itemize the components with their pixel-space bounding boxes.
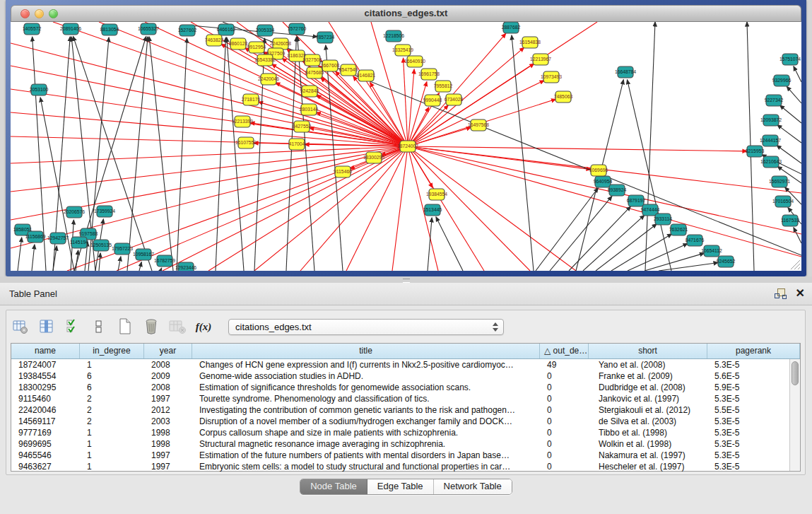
- graph-node-13325419[interactable]: 13325419: [392, 45, 413, 56]
- graph-node-8471676[interactable]: 8471676: [686, 235, 705, 246]
- graph-node-10958167[interactable]: 10958167: [133, 249, 154, 260]
- graph-node-1513445[interactable]: 1513445: [423, 204, 442, 216]
- float-panel-icon[interactable]: [775, 288, 786, 299]
- graph-node-20206576[interactable]: 20206576: [64, 206, 85, 218]
- graph-node-12942757[interactable]: 12942757: [47, 233, 69, 244]
- graph-node-19384554[interactable]: 19384554: [426, 189, 447, 200]
- graph-node-2718176[interactable]: 2718176: [242, 94, 261, 105]
- table-row[interactable]: 946554611997Estimation of the future num…: [11, 450, 800, 461]
- graph-node-12213967[interactable]: 12213967: [530, 54, 551, 65]
- column-header-pagerank[interactable]: pagerank: [707, 344, 800, 358]
- graph-node-12923446[interactable]: 12923446: [175, 262, 196, 271]
- graph-node-16497568[interactable]: 16497568: [468, 119, 489, 131]
- graph-node-18300295[interactable]: 18300295: [363, 152, 384, 163]
- graph-node-1069696[interactable]: 1069696: [589, 165, 608, 176]
- graph-node-8215953[interactable]: 8215953: [746, 146, 765, 157]
- graph-node-9912954[interactable]: 9912954: [247, 42, 266, 53]
- new-document-icon[interactable]: [115, 317, 135, 337]
- graph-node-12444157[interactable]: 12444157: [760, 135, 781, 146]
- graph-node-9242848[interactable]: 9242848: [300, 86, 319, 97]
- graph-node-1145194[interactable]: 1145194: [70, 237, 88, 248]
- table-row[interactable]: 1456911722003Disruption of a novel membe…: [11, 416, 800, 427]
- graph-node-9329966[interactable]: 9329966: [772, 75, 792, 86]
- tab-node-table[interactable]: Node Table: [300, 479, 367, 494]
- graph-node-6466162[interactable]: 6466162: [217, 24, 236, 35]
- row-height-icon[interactable]: [89, 317, 109, 337]
- tab-network-table[interactable]: Network Table: [434, 479, 512, 494]
- function-builder-icon[interactable]: f(x): [194, 317, 213, 337]
- graph-node-9115460[interactable]: 9115460: [334, 166, 352, 177]
- graph-node-8813054[interactable]: 8813054: [100, 24, 119, 35]
- column-header-in_degree[interactable]: in_degree: [80, 344, 144, 358]
- canvas-resize-grip-icon[interactable]: [791, 260, 800, 269]
- graph-node-2667608[interactable]: 2667608: [321, 60, 340, 71]
- graph-node-8186328[interactable]: 8186328: [288, 50, 307, 62]
- table-row[interactable]: 969969511998Structural magnetic resonanc…: [11, 438, 800, 450]
- graph-node-16648784[interactable]: 16648784: [615, 66, 636, 78]
- table-row[interactable]: 977716911998Corpus callosum shape and si…: [11, 427, 800, 438]
- graph-node-7463822[interactable]: 7463822: [205, 35, 224, 46]
- select-columns-icon[interactable]: [63, 317, 83, 337]
- column-header-out_de[interactable]: △ out_de…: [540, 344, 589, 358]
- graph-node-15751074[interactable]: 15751074: [779, 54, 801, 65]
- close-panel-icon[interactable]: ✕: [796, 288, 805, 299]
- table-scrollbar[interactable]: [789, 359, 800, 471]
- graph-node-9146821[interactable]: 9146821: [357, 70, 376, 81]
- graph-node-9327508[interactable]: 9327508: [303, 54, 322, 66]
- graph-node-8427552[interactable]: 8427552: [293, 121, 312, 132]
- graph-node-10655327[interactable]: 10655327: [138, 23, 159, 35]
- graph-node-17957223[interactable]: 17957223: [112, 243, 133, 255]
- delete-table-icon[interactable]: [167, 317, 187, 337]
- show-columns-icon[interactable]: [37, 317, 57, 337]
- graph-node-8938924[interactable]: 8938924: [608, 185, 627, 196]
- table-row[interactable]: 2242004622012Investigating the contribut…: [11, 404, 800, 416]
- scrollbar-thumb[interactable]: [792, 361, 799, 385]
- window-titlebar[interactable]: citations_edges.txt: [11, 5, 801, 22]
- graph-node-17016504[interactable]: 17016504: [772, 196, 794, 207]
- graph-node-1167533[interactable]: 1167533: [781, 215, 799, 226]
- graph-node-1405572[interactable]: 1405572: [23, 23, 42, 35]
- column-header-short[interactable]: short: [589, 344, 707, 358]
- delete-icon[interactable]: [141, 317, 161, 337]
- column-header-name[interactable]: name: [11, 344, 80, 358]
- graph-node-16782759[interactable]: 16782759: [154, 255, 175, 267]
- graph-node-10654112[interactable]: 10654112: [701, 245, 722, 257]
- table-selector-dropdown[interactable]: citations_edges.txt: [228, 319, 504, 335]
- graph-node-17359924[interactable]: 17359924: [94, 206, 115, 217]
- graph-node-2803144[interactable]: 2803144: [300, 104, 319, 115]
- graph-node-6879197[interactable]: 6879197: [627, 195, 646, 206]
- table-row[interactable]: 946362711997Embryonic stem cells: a mode…: [11, 461, 800, 472]
- graph-node-9227342[interactable]: 9227342: [765, 95, 784, 106]
- graph-node-16961758[interactable]: 16961758: [418, 69, 440, 80]
- graph-node-7955812[interactable]: 7955812: [434, 81, 453, 92]
- graph-node-12093872[interactable]: 12093872: [760, 115, 782, 126]
- graph-node-7632621[interactable]: 7632621: [669, 224, 688, 235]
- graph-node-9860128[interactable]: 9860128: [229, 38, 248, 49]
- graph-node-11156869[interactable]: 11156869: [25, 231, 45, 243]
- table-row[interactable]: 1938455462009Genome-wide association stu…: [11, 370, 800, 382]
- column-header-year[interactable]: year: [144, 344, 192, 358]
- table-row[interactable]: 1830029562008Estimation of significance …: [11, 382, 800, 393]
- graph-node-16543382[interactable]: 16543382: [254, 54, 276, 66]
- graph-node-18724007[interactable]: 18724007: [397, 141, 418, 152]
- graph-node-2053100[interactable]: 2053100: [30, 84, 49, 95]
- graph-node-10973493[interactable]: 10973493: [541, 71, 562, 83]
- graph-node-2005334[interactable]: 2005334: [256, 25, 275, 36]
- tab-edge-table[interactable]: Edge Table: [367, 479, 434, 494]
- table-settings-icon[interactable]: [11, 317, 30, 337]
- table-row[interactable]: 1872400712008Changes of HCN gene express…: [11, 359, 800, 370]
- graph-node-15692971[interactable]: 15692971: [769, 176, 790, 187]
- graph-node-22420046[interactable]: 22420046: [258, 74, 279, 85]
- graph-node-16154838[interactable]: 16154838: [519, 37, 541, 48]
- graph-node-12505135[interactable]: 12505135: [90, 240, 112, 251]
- graph-node-12218506[interactable]: 12218506: [383, 30, 404, 42]
- graph-node-7485063[interactable]: 7485063: [554, 91, 573, 103]
- column-header-title[interactable]: title: [192, 344, 540, 358]
- graph-node-8475685[interactable]: 8475685: [305, 67, 324, 78]
- graph-node-2887682[interactable]: 2887682: [502, 22, 521, 33]
- table-row[interactable]: 911546021997Tourette syndrome. Phenomeno…: [11, 393, 800, 404]
- graph-node-9990448[interactable]: 9990448: [423, 95, 442, 106]
- graph-node-20891406[interactable]: 20891406: [60, 23, 81, 35]
- panel-splitter[interactable]: [0, 276, 812, 283]
- graph-node-12213399[interactable]: 12213399: [232, 116, 253, 127]
